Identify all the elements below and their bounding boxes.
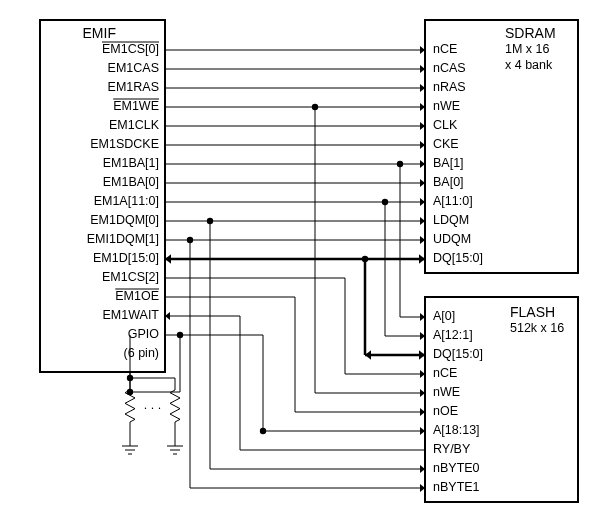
emif-pin-label: EM1D[15:0] [93,251,159,265]
sdram-pin-label: LDQM [433,213,469,227]
flash-pin-label: A[12:1] [433,328,473,342]
emif-title: EMIF [83,25,116,41]
flash-pin-label: nBYTE1 [433,480,480,494]
emif-pin-label: EM1CLK [109,118,160,132]
sdram-pin-label: BA[1] [433,156,464,170]
sdram-pin-label: DQ[15:0] [433,251,483,265]
sdram-pin-label: UDQM [433,232,471,246]
sdram-sub2: x 4 bank [505,58,553,72]
emif-pin-label: EM1OE [115,289,159,303]
flash-pin-label: RY/BY [433,442,471,456]
junction-dot [260,428,266,434]
emif-pin-label: EM1SDCKE [90,137,159,151]
flash-sub: 512k x 16 [510,321,564,335]
junction-dot [127,389,133,395]
flash-pin-label: nOE [433,404,458,418]
sdram-pin-label: CKE [433,137,459,151]
sdram-title: SDRAM [505,25,556,41]
flash-pin-label: nWE [433,385,460,399]
emif-pin-label: EM1CS[2] [102,270,159,284]
resistor-ellipsis: . . . [144,398,161,412]
emif-pin-label: GPIO [128,327,160,341]
emif-wiring-diagram: EMIFSDRAM1M x 16x 4 bankFLASH512k x 16EM… [0,0,591,507]
emif-pin-label: EM1CS[0] [102,42,159,56]
sdram-pin-label: nRAS [433,80,466,94]
resistor-icon [170,390,180,422]
sdram-pin-label: BA[0] [433,175,464,189]
sdram-sub1: 1M x 16 [505,42,550,56]
emif-pin-label: EM1RAS [108,80,159,94]
emif-pin-label: EM1DQM[0] [90,213,159,227]
flash-pin-label: A[0] [433,309,455,323]
sdram-pin-label: CLK [433,118,458,132]
emif-pin-label: EM1CAS [108,61,159,75]
flash-title: FLASH [510,304,555,320]
flash-pin-label: A[18:13] [433,423,480,437]
flash-pin-label: nCE [433,366,457,380]
junction-dot [177,332,183,338]
emif-pin-label: (6 pin) [124,346,159,360]
flash-pin-label: nBYTE0 [433,461,480,475]
sdram-pin-label: A[11:0] [433,194,473,208]
emif-pin-label: EM1BA[0] [103,175,159,189]
emif-pin-label: EMI1DQM[1] [87,232,159,246]
flash-pin-label: DQ[15:0] [433,347,483,361]
sdram-pin-label: nCE [433,42,457,56]
emif-pin-label: EM1WAIT [103,308,160,322]
sdram-pin-label: nCAS [433,61,466,75]
sdram-pin-label: nWE [433,99,460,113]
emif-pin-label: EM1WE [113,99,159,113]
emif-pin-label: EM1BA[1] [103,156,159,170]
emif-pin-label: EM1A[11:0] [94,194,159,208]
